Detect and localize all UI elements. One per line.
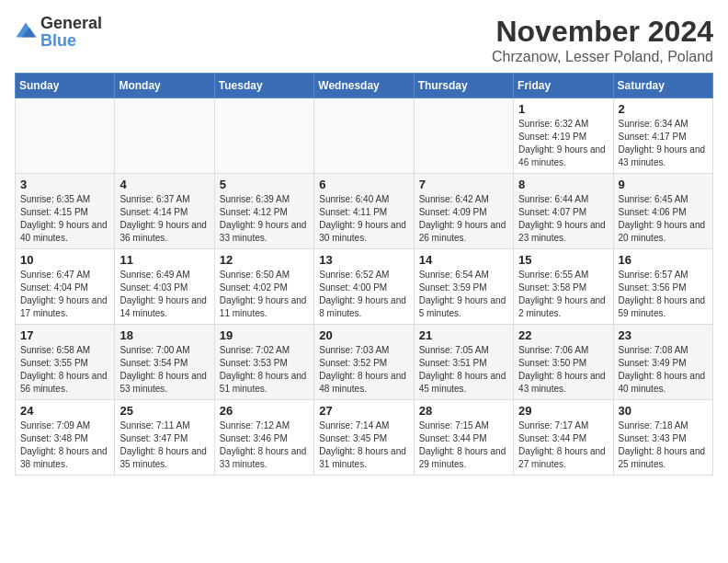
day-info: Sunrise: 6:50 AM Sunset: 4:02 PM Dayligh… — [220, 269, 309, 320]
day-number: 27 — [319, 404, 408, 418]
day-info: Sunrise: 6:54 AM Sunset: 3:59 PM Dayligh… — [419, 269, 508, 320]
calendar-cell — [214, 98, 313, 174]
day-number: 30 — [619, 404, 708, 418]
day-number: 25 — [119, 404, 209, 418]
logo: General Blue — [15, 15, 102, 50]
day-info: Sunrise: 7:03 AM Sunset: 3:52 PM Dayligh… — [319, 344, 408, 396]
weekday-header-tuesday: Tuesday — [214, 74, 313, 98]
day-info: Sunrise: 6:35 AM Sunset: 4:15 PM Dayligh… — [20, 193, 109, 245]
day-info: Sunrise: 6:52 AM Sunset: 4:00 PM Dayligh… — [319, 269, 408, 320]
calendar-week-3: 10Sunrise: 6:47 AM Sunset: 4:04 PM Dayli… — [16, 249, 713, 325]
calendar-cell: 17Sunrise: 6:58 AM Sunset: 3:55 PM Dayli… — [16, 325, 115, 400]
calendar-week-4: 17Sunrise: 6:58 AM Sunset: 3:55 PM Dayli… — [16, 325, 713, 400]
day-info: Sunrise: 7:02 AM Sunset: 3:53 PM Dayligh… — [220, 344, 309, 396]
calendar-cell — [115, 98, 214, 174]
day-number: 7 — [419, 178, 508, 191]
logo-general: General — [40, 14, 102, 32]
day-number: 17 — [20, 328, 109, 342]
calendar-cell: 2Sunrise: 6:34 AM Sunset: 4:17 PM Daylig… — [613, 98, 712, 174]
day-number: 8 — [518, 178, 608, 191]
day-number: 13 — [319, 253, 408, 267]
weekday-header-monday: Monday — [115, 74, 214, 98]
day-number: 11 — [119, 253, 209, 267]
calendar-cell: 6Sunrise: 6:40 AM Sunset: 4:11 PM Daylig… — [314, 174, 414, 249]
calendar-cell: 16Sunrise: 6:57 AM Sunset: 3:56 PM Dayli… — [613, 249, 712, 325]
day-number: 3 — [20, 178, 109, 191]
weekday-row: SundayMondayTuesdayWednesdayThursdayFrid… — [16, 74, 713, 98]
calendar-cell: 28Sunrise: 7:15 AM Sunset: 3:44 PM Dayli… — [414, 400, 513, 476]
logo-icon — [15, 21, 37, 43]
calendar-cell — [414, 98, 513, 174]
day-info: Sunrise: 7:15 AM Sunset: 3:44 PM Dayligh… — [419, 419, 508, 471]
day-info: Sunrise: 6:34 AM Sunset: 4:17 PM Dayligh… — [619, 118, 708, 169]
day-info: Sunrise: 6:58 AM Sunset: 3:55 PM Dayligh… — [20, 344, 109, 396]
calendar-cell: 14Sunrise: 6:54 AM Sunset: 3:59 PM Dayli… — [414, 249, 513, 325]
day-info: Sunrise: 7:05 AM Sunset: 3:51 PM Dayligh… — [419, 344, 508, 396]
calendar-cell: 11Sunrise: 6:49 AM Sunset: 4:03 PM Dayli… — [115, 249, 214, 325]
day-info: Sunrise: 7:11 AM Sunset: 3:47 PM Dayligh… — [119, 419, 209, 471]
title-area: November 2024 Chrzanow, Lesser Poland, P… — [492, 15, 713, 65]
calendar-cell: 19Sunrise: 7:02 AM Sunset: 3:53 PM Dayli… — [214, 325, 313, 400]
day-info: Sunrise: 7:14 AM Sunset: 3:45 PM Dayligh… — [319, 419, 408, 471]
day-number: 19 — [220, 328, 309, 342]
calendar-cell: 23Sunrise: 7:08 AM Sunset: 3:49 PM Dayli… — [613, 325, 712, 400]
day-info: Sunrise: 6:39 AM Sunset: 4:12 PM Dayligh… — [220, 193, 309, 245]
day-number: 1 — [518, 102, 608, 116]
day-number: 12 — [220, 253, 309, 267]
day-info: Sunrise: 7:06 AM Sunset: 3:50 PM Dayligh… — [518, 344, 608, 396]
calendar-cell: 22Sunrise: 7:06 AM Sunset: 3:50 PM Dayli… — [514, 325, 613, 400]
calendar-cell — [16, 98, 115, 174]
day-info: Sunrise: 7:18 AM Sunset: 3:43 PM Dayligh… — [619, 419, 708, 471]
location-title: Chrzanow, Lesser Poland, Poland — [492, 49, 713, 65]
calendar-cell: 12Sunrise: 6:50 AM Sunset: 4:02 PM Dayli… — [214, 249, 313, 325]
calendar-week-1: 1Sunrise: 6:32 AM Sunset: 4:19 PM Daylig… — [16, 98, 713, 174]
day-info: Sunrise: 6:47 AM Sunset: 4:04 PM Dayligh… — [20, 269, 109, 320]
weekday-header-friday: Friday — [514, 74, 613, 98]
day-number: 14 — [419, 253, 508, 267]
calendar-week-2: 3Sunrise: 6:35 AM Sunset: 4:15 PM Daylig… — [16, 174, 713, 249]
day-info: Sunrise: 6:40 AM Sunset: 4:11 PM Dayligh… — [319, 193, 408, 245]
day-number: 21 — [419, 328, 508, 342]
calendar-cell: 4Sunrise: 6:37 AM Sunset: 4:14 PM Daylig… — [115, 174, 214, 249]
day-info: Sunrise: 7:12 AM Sunset: 3:46 PM Dayligh… — [220, 419, 309, 471]
page-header: General Blue November 2024 Chrzanow, Les… — [15, 15, 713, 65]
calendar-cell: 8Sunrise: 6:44 AM Sunset: 4:07 PM Daylig… — [514, 174, 613, 249]
day-number: 6 — [319, 178, 408, 191]
calendar-cell: 25Sunrise: 7:11 AM Sunset: 3:47 PM Dayli… — [115, 400, 214, 476]
calendar-cell: 13Sunrise: 6:52 AM Sunset: 4:00 PM Dayli… — [314, 249, 414, 325]
calendar-body: 1Sunrise: 6:32 AM Sunset: 4:19 PM Daylig… — [16, 98, 713, 476]
day-number: 9 — [619, 178, 708, 191]
weekday-header-sunday: Sunday — [16, 74, 115, 98]
day-number: 10 — [20, 253, 109, 267]
day-info: Sunrise: 6:37 AM Sunset: 4:14 PM Dayligh… — [119, 193, 209, 245]
day-number: 16 — [619, 253, 708, 267]
calendar-cell: 18Sunrise: 7:00 AM Sunset: 3:54 PM Dayli… — [115, 325, 214, 400]
calendar-cell: 1Sunrise: 6:32 AM Sunset: 4:19 PM Daylig… — [514, 98, 613, 174]
day-info: Sunrise: 7:17 AM Sunset: 3:44 PM Dayligh… — [518, 419, 608, 471]
weekday-header-wednesday: Wednesday — [314, 74, 414, 98]
calendar-header: SundayMondayTuesdayWednesdayThursdayFrid… — [16, 74, 713, 98]
day-number: 26 — [220, 404, 309, 418]
calendar-cell: 7Sunrise: 6:42 AM Sunset: 4:09 PM Daylig… — [414, 174, 513, 249]
month-title: November 2024 — [492, 15, 713, 49]
calendar-cell: 9Sunrise: 6:45 AM Sunset: 4:06 PM Daylig… — [613, 174, 712, 249]
weekday-header-saturday: Saturday — [613, 74, 712, 98]
calendar-table: SundayMondayTuesdayWednesdayThursdayFrid… — [15, 73, 713, 476]
weekday-header-thursday: Thursday — [414, 74, 513, 98]
calendar-cell: 15Sunrise: 6:55 AM Sunset: 3:58 PM Dayli… — [514, 249, 613, 325]
calendar-cell: 27Sunrise: 7:14 AM Sunset: 3:45 PM Dayli… — [314, 400, 414, 476]
day-info: Sunrise: 6:55 AM Sunset: 3:58 PM Dayligh… — [518, 269, 608, 320]
calendar-cell: 10Sunrise: 6:47 AM Sunset: 4:04 PM Dayli… — [16, 249, 115, 325]
day-number: 23 — [619, 328, 708, 342]
day-number: 18 — [119, 328, 209, 342]
day-info: Sunrise: 6:45 AM Sunset: 4:06 PM Dayligh… — [619, 193, 708, 245]
calendar-cell: 3Sunrise: 6:35 AM Sunset: 4:15 PM Daylig… — [16, 174, 115, 249]
day-info: Sunrise: 6:57 AM Sunset: 3:56 PM Dayligh… — [619, 269, 708, 320]
calendar-cell: 20Sunrise: 7:03 AM Sunset: 3:52 PM Dayli… — [314, 325, 414, 400]
calendar-cell: 30Sunrise: 7:18 AM Sunset: 3:43 PM Dayli… — [613, 400, 712, 476]
calendar-cell: 29Sunrise: 7:17 AM Sunset: 3:44 PM Dayli… — [514, 400, 613, 476]
day-info: Sunrise: 6:32 AM Sunset: 4:19 PM Dayligh… — [518, 118, 608, 169]
day-number: 15 — [518, 253, 608, 267]
calendar-week-5: 24Sunrise: 7:09 AM Sunset: 3:48 PM Dayli… — [16, 400, 713, 476]
calendar-cell: 21Sunrise: 7:05 AM Sunset: 3:51 PM Dayli… — [414, 325, 513, 400]
